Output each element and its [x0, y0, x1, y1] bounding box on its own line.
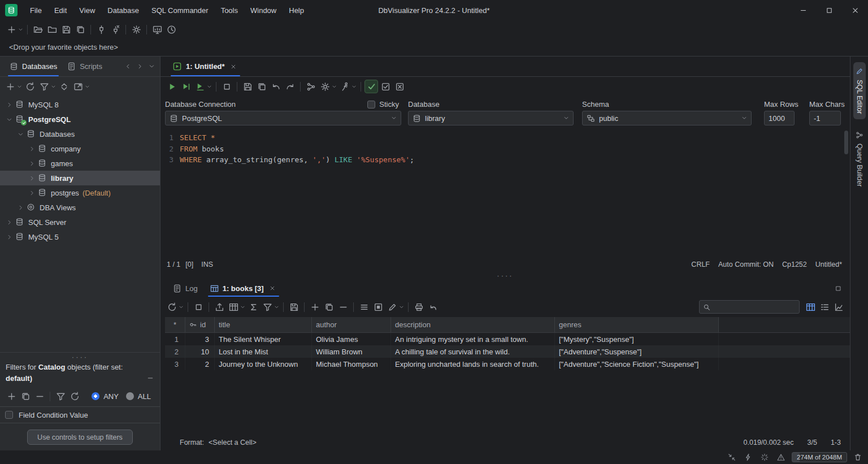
row-number[interactable]: 3: [165, 358, 185, 370]
chevron-down-icon[interactable]: [16, 129, 25, 138]
stop-load-icon[interactable]: [192, 300, 205, 314]
cell-author[interactable]: Olivia James: [312, 333, 391, 345]
pending-commit-icon[interactable]: [379, 80, 392, 93]
chevron-right-icon[interactable]: [16, 203, 25, 212]
chevron-right-icon[interactable]: [5, 218, 14, 227]
tree-item-dba-views[interactable]: DBA Views: [0, 200, 160, 215]
tab-scripts[interactable]: Scripts: [62, 57, 107, 76]
settings-icon[interactable]: [129, 23, 143, 36]
connections-icon[interactable]: [304, 80, 318, 93]
cell-title[interactable]: Lost in the Mist: [215, 345, 312, 358]
commit-icon[interactable]: [364, 80, 378, 93]
create-connection-menu-icon[interactable]: [16, 80, 23, 93]
sql-history-back-icon[interactable]: [269, 80, 283, 93]
editor-scrollbar-thumb[interactable]: [844, 131, 848, 154]
menu-sql-commander[interactable]: SQL Commander: [145, 0, 215, 20]
any-radio[interactable]: [92, 392, 99, 400]
search-input[interactable]: [714, 303, 796, 311]
duplicate-row-icon[interactable]: [322, 300, 336, 314]
new-object-icon[interactable]: [5, 23, 18, 36]
open-icon[interactable]: [31, 23, 45, 36]
refresh-icon[interactable]: [23, 80, 37, 93]
grid-options-icon[interactable]: [227, 300, 240, 314]
maximize-button[interactable]: [816, 0, 842, 20]
history-icon[interactable]: [164, 23, 178, 36]
field-condition-checkbox[interactable]: [5, 411, 13, 419]
save-as-icon[interactable]: [255, 80, 268, 93]
max-chars-input[interactable]: [814, 114, 836, 123]
execute-menu-icon[interactable]: [206, 80, 212, 93]
maximize-results-button[interactable]: [833, 283, 843, 293]
edit-row-menu-icon[interactable]: [398, 300, 405, 314]
reload-menu-icon[interactable]: [177, 300, 184, 314]
schema-dropdown[interactable]: public: [582, 111, 752, 125]
cell-genres[interactable]: ["Adventure","Suspense"]: [555, 345, 719, 358]
chevron-right-icon[interactable]: [27, 188, 36, 197]
menu-database[interactable]: Database: [101, 0, 145, 20]
right-tab-query-builder[interactable]: Query Builder: [853, 126, 866, 192]
insert-row-icon[interactable]: [308, 300, 322, 314]
right-tab-sql-editor[interactable]: SQL Editor: [853, 62, 866, 119]
execute-script-icon[interactable]: [179, 80, 193, 93]
client-session-icon[interactable]: [338, 80, 351, 93]
remove-filter-icon[interactable]: [33, 389, 46, 403]
cell-genres[interactable]: ["Mystery","Suspense"]: [555, 333, 719, 345]
cell-description[interactable]: Exploring uncharted lands in search of t…: [391, 358, 555, 370]
tree-item-postgres[interactable]: postgres(Default): [0, 185, 160, 200]
execute-current-icon[interactable]: [193, 80, 207, 93]
connect-icon[interactable]: [94, 23, 108, 36]
import-icon[interactable]: [45, 23, 59, 36]
editor-settings-menu-icon[interactable]: [331, 80, 337, 93]
cell-id[interactable]: 10: [185, 345, 215, 358]
editor-settings-icon[interactable]: [318, 80, 332, 93]
new-object-menu-icon[interactable]: [17, 23, 24, 36]
close-button[interactable]: [842, 0, 868, 20]
connection-dropdown[interactable]: PostgreSQL: [165, 111, 401, 125]
apply-filter-icon[interactable]: [54, 389, 67, 403]
tab-list-button[interactable]: [146, 62, 157, 72]
menu-tools[interactable]: Tools: [215, 0, 244, 20]
column-header-genres[interactable]: genres: [555, 317, 719, 332]
chevron-right-icon[interactable]: [5, 232, 14, 241]
cell-editor-icon[interactable]: [371, 300, 385, 314]
close-tab-icon[interactable]: [268, 284, 277, 293]
tab-forward-button[interactable]: [134, 62, 145, 72]
alerts-icon[interactable]: [775, 452, 787, 463]
filter-menu-icon[interactable]: [50, 80, 57, 93]
chevron-down-icon[interactable]: [5, 115, 14, 124]
reload-filter-icon[interactable]: [68, 389, 81, 403]
undo-edit-icon[interactable]: [426, 300, 440, 314]
open-in-window-menu-icon[interactable]: [84, 80, 90, 93]
grid-corner-header[interactable]: *: [165, 317, 185, 332]
aggregate-icon[interactable]: [246, 300, 260, 314]
sidebar-splitter-handle[interactable]: ····: [0, 353, 160, 361]
menu-edit[interactable]: Edit: [48, 0, 73, 20]
cell-title[interactable]: The Silent Whisper: [215, 333, 312, 345]
collapse-filters-button[interactable]: [147, 375, 156, 384]
copy-filter-icon[interactable]: [19, 389, 32, 403]
column-header-title[interactable]: title: [215, 317, 312, 332]
menu-file[interactable]: File: [24, 0, 48, 20]
cell-description[interactable]: An intriguing mystery set in a small tow…: [391, 333, 555, 345]
collapse-all-icon[interactable]: [57, 80, 71, 93]
monitor-icon[interactable]: [150, 23, 164, 36]
tree-item-mysql-5[interactable]: MySQL 5: [0, 229, 160, 244]
add-filter-icon[interactable]: [5, 389, 18, 403]
performance-icon[interactable]: [743, 452, 754, 463]
chevron-right-icon[interactable]: [27, 174, 36, 183]
text-view-mode-icon[interactable]: [818, 300, 831, 314]
all-radio[interactable]: [126, 392, 134, 400]
chevron-right-icon[interactable]: [27, 159, 36, 168]
results-splitter-handle[interactable]: ····: [160, 271, 850, 280]
max-rows-input[interactable]: [769, 114, 790, 123]
save-all-icon[interactable]: [73, 23, 87, 36]
cell-title[interactable]: Journey to the Unknown: [215, 358, 312, 370]
chart-view-mode-icon[interactable]: [832, 300, 845, 314]
favorites-bar[interactable]: <Drop your favorite objects here>: [0, 38, 868, 57]
tree-item-databases[interactable]: Databases: [0, 127, 160, 141]
save-icon[interactable]: [241, 80, 254, 93]
cell-author[interactable]: Michael Thompson: [312, 358, 391, 370]
row-number[interactable]: 2: [165, 345, 185, 358]
client-session-menu-icon[interactable]: [350, 80, 357, 93]
results-search[interactable]: [699, 300, 800, 314]
